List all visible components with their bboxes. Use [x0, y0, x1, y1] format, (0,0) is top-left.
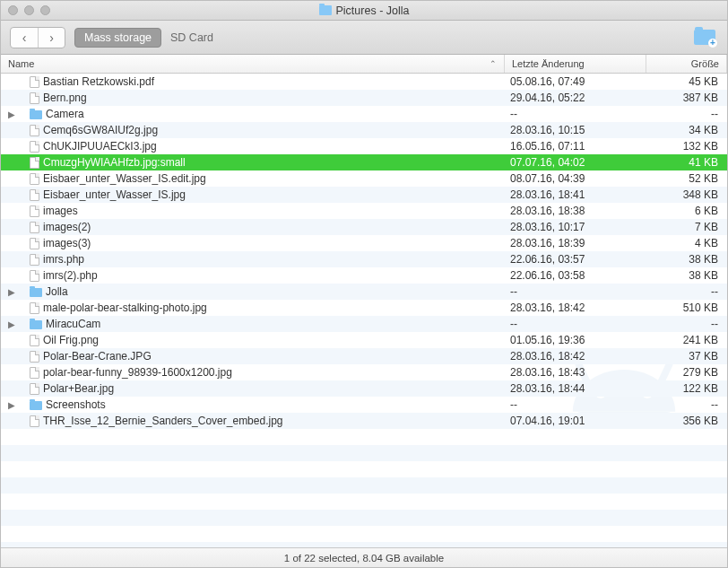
empty-row: [1, 429, 727, 445]
finder-window: Pictures - Jolla ‹ › Mass storage SD Car…: [0, 0, 728, 568]
zoom-icon[interactable]: [40, 5, 50, 15]
file-row[interactable]: ▶Jolla----: [1, 284, 727, 300]
file-date: --: [505, 108, 646, 120]
file-date: 16.05.16, 07:11: [505, 140, 646, 153]
chevron-right-icon: ›: [49, 31, 54, 45]
file-date: 28.03.16, 18:42: [505, 301, 646, 314]
file-name: images(2): [43, 221, 91, 233]
disclosure-triangle-icon[interactable]: ▶: [8, 319, 15, 329]
file-row[interactable]: ▶THR_Isse_12_Bernie_Sanders_Cover_embed.…: [1, 413, 727, 429]
file-date: 22.06.16, 03:57: [505, 253, 646, 266]
file-name: CmuzgHyWIAAHfzb.jpg:small: [43, 156, 186, 169]
file-row[interactable]: ▶Screenshots----: [1, 397, 727, 413]
file-name: Eisbaer_unter_Wasser_IS.jpg: [43, 188, 186, 201]
file-row[interactable]: ▶ChUKJIPUUAECkI3.jpg16.05.16, 07:11132 K…: [1, 138, 727, 154]
column-label: Name: [8, 58, 34, 69]
file-row[interactable]: ▶Cemq6sGW8AIUf2g.jpg28.03.16, 10:1534 KB: [1, 122, 727, 138]
disclosure-triangle-icon[interactable]: ▶: [8, 400, 15, 410]
column-label: Letzte Änderung: [512, 58, 585, 69]
file-icon: [30, 125, 39, 136]
file-date: 07.04.16, 19:01: [505, 415, 646, 427]
file-size: 4 KB: [646, 237, 727, 249]
file-size: 38 KB: [646, 253, 727, 266]
file-row[interactable]: ▶imrs.php22.06.16, 03:5738 KB: [1, 251, 727, 267]
folder-icon: [319, 5, 332, 15]
empty-row: [1, 477, 727, 494]
empty-row: [1, 445, 727, 461]
file-icon: [30, 189, 39, 201]
tab-sd-card[interactable]: SD Card: [170, 31, 213, 44]
file-date: 07.07.16, 04:02: [505, 156, 646, 169]
file-name: Camera: [46, 108, 84, 120]
file-size: 241 KB: [646, 334, 727, 346]
file-row[interactable]: ▶Bastian Retzkowski.pdf05.08.16, 07:4945…: [1, 74, 727, 90]
file-row[interactable]: ▶Bern.png29.04.16, 05:22387 KB: [1, 90, 727, 106]
file-icon: [30, 76, 39, 88]
file-name: male-polar-bear-stalking-photo.jpg: [43, 301, 207, 314]
file-name: polar-bear-funny_98939-1600x1200.jpg: [43, 366, 232, 379]
file-icon: [30, 383, 39, 395]
minimize-icon[interactable]: [24, 5, 34, 15]
empty-row: [1, 494, 727, 510]
file-date: 28.03.16, 10:17: [505, 221, 646, 233]
file-row[interactable]: ▶Polar+Bear.jpg28.03.16, 18:44122 KB: [1, 380, 727, 397]
file-date: 05.08.16, 07:49: [505, 75, 646, 88]
file-size: 356 KB: [646, 415, 727, 427]
disclosure-triangle-icon[interactable]: ▶: [8, 287, 15, 297]
file-name: Oil Frig.png: [43, 334, 99, 346]
file-row[interactable]: ▶Camera----: [1, 106, 727, 122]
file-name: THR_Isse_12_Bernie_Sanders_Cover_embed.j…: [43, 415, 283, 427]
column-headers: Name ⌃ Letzte Änderung Größe: [1, 55, 727, 74]
file-size: 7 KB: [646, 221, 727, 233]
file-row[interactable]: ▶MiracuCam----: [1, 316, 727, 332]
sort-arrow-icon: ⌃: [490, 59, 497, 68]
titlebar: Pictures - Jolla: [1, 1, 727, 21]
file-row[interactable]: ▶male-polar-bear-stalking-photo.jpg28.03…: [1, 300, 727, 316]
file-size: 38 KB: [646, 269, 727, 282]
file-name: images(3): [43, 237, 91, 249]
forward-button[interactable]: ›: [38, 28, 65, 48]
column-size[interactable]: Größe: [646, 55, 727, 73]
file-icon: [30, 141, 39, 153]
file-icon: [30, 205, 39, 217]
file-size: 41 KB: [646, 156, 727, 169]
file-size: 132 KB: [646, 140, 727, 153]
file-size: --: [646, 285, 727, 298]
file-name: imrs.php: [43, 253, 84, 266]
empty-row: [1, 461, 727, 477]
file-list[interactable]: ▶Bastian Retzkowski.pdf05.08.16, 07:4945…: [1, 74, 727, 547]
close-icon[interactable]: [8, 5, 18, 15]
file-date: 28.03.16, 18:38: [505, 205, 646, 217]
column-name[interactable]: Name ⌃: [1, 55, 505, 73]
file-icon: [30, 238, 39, 249]
file-icon: [30, 351, 39, 363]
file-row[interactable]: ▶Eisbaer_unter_Wasser_IS.edit.jpg08.07.1…: [1, 170, 727, 187]
file-date: 28.03.16, 18:44: [505, 382, 646, 395]
file-row[interactable]: ▶Eisbaer_unter_Wasser_IS.jpg28.03.16, 18…: [1, 187, 727, 203]
back-button[interactable]: ‹: [11, 28, 38, 48]
folder-icon: [30, 110, 42, 119]
empty-row: [1, 526, 727, 542]
file-row[interactable]: ▶polar-bear-funny_98939-1600x1200.jpg28.…: [1, 364, 727, 380]
file-row[interactable]: ▶Oil Frig.png01.05.16, 19:36241 KB: [1, 332, 727, 348]
column-date[interactable]: Letzte Änderung: [505, 55, 646, 73]
file-row[interactable]: ▶Polar-Bear-Crane.JPG28.03.16, 18:4237 K…: [1, 348, 727, 364]
file-row[interactable]: ▶images(2)28.03.16, 10:177 KB: [1, 219, 727, 235]
file-icon: [30, 222, 39, 233]
file-size: 387 KB: [646, 92, 727, 104]
file-row[interactable]: ▶imrs(2).php22.06.16, 03:5838 KB: [1, 267, 727, 284]
file-icon: [30, 92, 39, 104]
status-bar: 1 of 22 selected, 8.04 GB available: [1, 547, 727, 567]
file-name: imrs(2).php: [43, 269, 98, 282]
file-size: 348 KB: [646, 188, 727, 201]
file-size: 34 KB: [646, 124, 727, 136]
tab-mass-storage[interactable]: Mass storage: [74, 28, 161, 48]
file-row[interactable]: ▶images28.03.16, 18:386 KB: [1, 203, 727, 219]
disclosure-triangle-icon[interactable]: ▶: [8, 109, 15, 119]
file-size: 6 KB: [646, 205, 727, 217]
file-name: ChUKJIPUUAECkI3.jpg: [43, 140, 157, 153]
file-row[interactable]: ▶images(3)28.03.16, 18:394 KB: [1, 235, 727, 251]
new-folder-button[interactable]: +: [691, 27, 718, 48]
file-name: Eisbaer_unter_Wasser_IS.edit.jpg: [43, 172, 206, 185]
file-row[interactable]: ▶CmuzgHyWIAAHfzb.jpg:small07.07.16, 04:0…: [1, 154, 727, 170]
